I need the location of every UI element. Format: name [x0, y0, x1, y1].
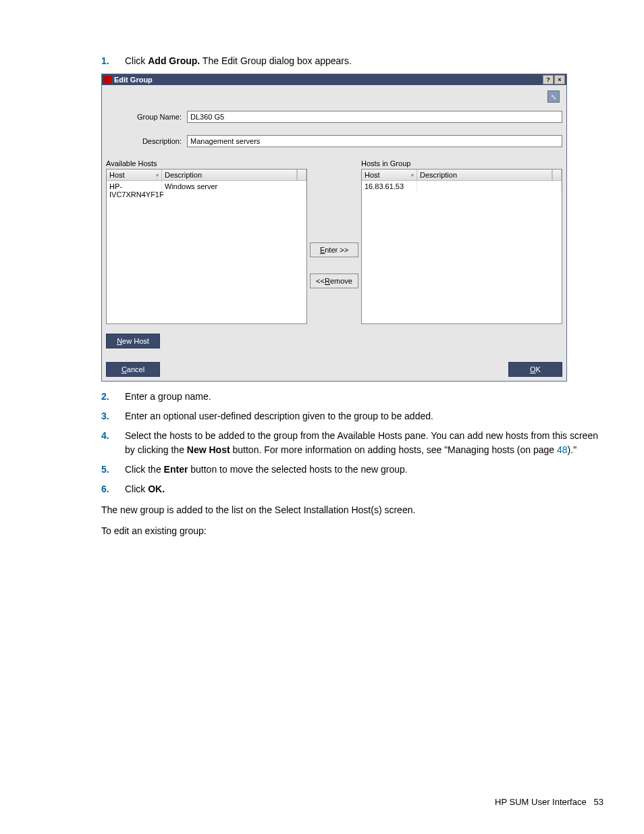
page-footer: HP SUM User Interface 53 [495, 797, 603, 807]
group-name-label: Group Name: [106, 113, 187, 121]
col-header-description[interactable]: Description [417, 170, 552, 180]
step-item: 4.Select the hosts to be added to the gr… [101, 429, 603, 457]
table-row[interactable]: 16.83.61.53 [362, 181, 562, 192]
remove-button[interactable]: << Remove [310, 273, 358, 288]
hosts-in-group-label: Hosts in Group [361, 159, 562, 167]
step-text: Click the Enter button to move the selec… [125, 463, 603, 477]
step-text: Click OK. [125, 482, 603, 496]
step-number: 6. [101, 482, 125, 496]
new-host-button[interactable]: New Host [106, 334, 160, 348]
step-text: Select the hosts to be added to the grou… [125, 429, 603, 457]
step-text: Enter an optional user-defined descripti… [125, 409, 603, 423]
cell-host: 16.83.61.53 [362, 181, 417, 192]
available-hosts-panel: Available Hosts Host▾ Description HP-IVC… [106, 159, 307, 324]
table-row[interactable]: HP-IVC7XRN4YF1F Windows server [107, 181, 306, 200]
footer-page-number: 53 [594, 797, 603, 807]
cell-desc: Windows server [162, 181, 306, 200]
close-button[interactable]: × [554, 75, 565, 84]
step-item: 3.Enter an optional user-defined descrip… [101, 409, 603, 423]
available-hosts-label: Available Hosts [106, 159, 307, 167]
transfer-buttons: Enter >> << Remove [307, 159, 361, 324]
col-header-description[interactable]: Description [162, 170, 297, 180]
step-number: 4. [101, 429, 125, 457]
resize-corner-button[interactable]: ⤡ [547, 90, 560, 103]
step-1: 1. Click Add Group. The Edit Group dialo… [101, 54, 603, 68]
step-item: 6.Click OK. [101, 482, 603, 496]
steps-bottom: 2.Enter a group name.3.Enter an optional… [101, 390, 603, 496]
cell-host: HP-IVC7XRN4YF1F [107, 181, 162, 200]
ok-button[interactable]: OK [508, 362, 562, 377]
hosts-in-group-grid[interactable]: Host▾ Description 16.83.61.53 [361, 169, 562, 324]
edit-group-dialog: Edit Group ? × ⤡ Group Name: DL360 G5 De… [101, 74, 567, 382]
step-item: 5.Click the Enter button to move the sel… [101, 463, 603, 477]
step-number: 2. [101, 390, 125, 404]
edit-intro-paragraph: To edit an existing group: [101, 524, 603, 538]
available-hosts-grid[interactable]: Host▾ Description HP-IVC7XRN4YF1F Window… [106, 169, 307, 324]
app-icon [103, 76, 111, 84]
steps-top: 1. Click Add Group. The Edit Group dialo… [101, 54, 603, 68]
sort-icon: ▾ [411, 172, 414, 178]
hosts-in-group-panel: Hosts in Group Host▾ Description 16.83.6… [361, 159, 562, 324]
description-input[interactable]: Management servers [187, 135, 562, 147]
step-number: 1. [101, 54, 125, 68]
result-paragraph: The new group is added to the list on th… [101, 503, 603, 517]
sort-icon: ▾ [156, 172, 159, 178]
help-button[interactable]: ? [543, 75, 554, 84]
description-label: Description: [106, 137, 187, 145]
col-header-host[interactable]: Host▾ [107, 170, 162, 180]
enter-button[interactable]: Enter >> [310, 242, 358, 257]
step-text: Enter a group name. [125, 390, 603, 404]
col-header-host[interactable]: Host▾ [362, 170, 417, 180]
dialog-title: Edit Group [114, 76, 542, 84]
step-number: 5. [101, 463, 125, 477]
scroll-header [552, 170, 562, 180]
titlebar: Edit Group ? × [102, 74, 566, 85]
grid-header: Host▾ Description [107, 170, 306, 181]
step-text: Click Add Group. The Edit Group dialog b… [125, 54, 603, 68]
step-number: 3. [101, 409, 125, 423]
cancel-button[interactable]: Cancel [106, 362, 160, 377]
group-name-input[interactable]: DL360 G5 [187, 111, 562, 123]
grid-header: Host▾ Description [362, 170, 562, 181]
cell-desc [417, 181, 562, 192]
step-item: 2.Enter a group name. [101, 390, 603, 404]
footer-section: HP SUM User Interface [495, 797, 587, 807]
scroll-header [297, 170, 306, 180]
